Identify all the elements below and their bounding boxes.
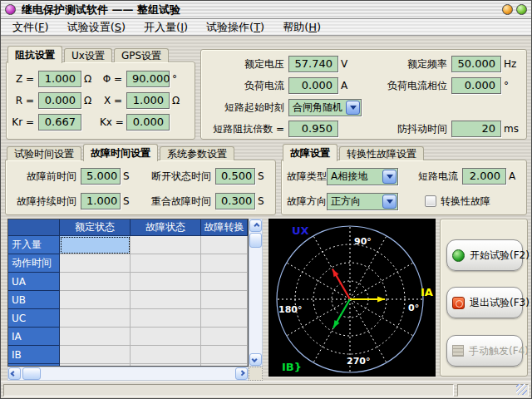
fault-panel: 故障设置转换性故障设置 故障类型 A相接地 短路电流 2.000 A 故障方向 … — [281, 144, 527, 215]
app-icon — [5, 4, 16, 15]
menu-item[interactable]: 文件(F) — [4, 19, 57, 36]
tab-系统参数设置[interactable]: 系统参数设置 — [160, 146, 234, 160]
rated-voltage-field[interactable]: 57.740 — [288, 56, 338, 72]
table-cell[interactable] — [60, 346, 131, 364]
exit-test-button[interactable]: 退出试验(F3) — [446, 287, 523, 318]
r-unit: Ω — [81, 95, 93, 106]
status-message-pane — [3, 384, 454, 397]
phasor-diagram: 90°180°0°270°UXIAIB} — [268, 219, 436, 377]
table-cell[interactable] — [201, 273, 248, 291]
kx-field[interactable]: 0.000 — [126, 114, 170, 131]
rated-voltage-unit: V — [338, 58, 360, 70]
table-row-header: UB — [8, 291, 60, 309]
z-field[interactable]: 1.000 — [38, 71, 81, 87]
reclose-fault-time-field[interactable]: 0.300 — [215, 193, 255, 209]
table-cell[interactable] — [131, 346, 201, 364]
svg-text:0°: 0° — [408, 303, 419, 313]
table-cell[interactable] — [131, 291, 201, 309]
rated-frequency-field[interactable]: 50.000 — [451, 56, 501, 72]
table-cell[interactable] — [60, 328, 131, 346]
table-row-header: 动作时间 — [8, 254, 60, 273]
tab-转换性故障设置[interactable]: 转换性故障设置 — [339, 146, 424, 160]
manual-trigger-button[interactable]: 手动触发(F4) — [446, 335, 523, 367]
table-cell[interactable] — [60, 309, 131, 328]
open-state-time-field[interactable]: 0.500 — [215, 168, 255, 185]
dropdown-arrow-icon[interactable] — [346, 101, 360, 115]
fault-duration-field[interactable]: 1.000 — [81, 193, 121, 209]
menu-item[interactable]: 试验操作(T) — [198, 19, 273, 36]
manual-trigger-icon — [452, 345, 464, 357]
table-cell[interactable] — [131, 236, 201, 254]
menu-bar: 文件(F)试验设置(S)开入量(I)试验操作(T)帮助(H) — [1, 19, 531, 36]
fault-direction-combo[interactable]: 正方向 — [327, 193, 398, 210]
load-current-field[interactable]: 0.000 — [288, 77, 338, 94]
chevron-up-icon — [254, 223, 259, 229]
scroll-left-button[interactable] — [8, 367, 21, 380]
table-cell[interactable] — [131, 328, 201, 346]
tab-故障时间设置[interactable]: 故障时间设置 — [83, 144, 158, 161]
scroll-right-button[interactable] — [235, 367, 248, 380]
table-cell[interactable] — [201, 328, 248, 346]
table-cell[interactable] — [201, 309, 248, 328]
tab-GPS设置[interactable]: GPS设置 — [114, 48, 169, 62]
tab-阻抗设置[interactable]: 阻抗设置 — [7, 46, 62, 63]
menu-item[interactable]: 帮助(H) — [274, 19, 329, 36]
scrollbar-corner — [249, 367, 263, 381]
table-cell[interactable] — [131, 273, 201, 291]
prefault-time-field[interactable]: 5.000 — [81, 168, 121, 185]
fault-type-combo[interactable]: A相接地 — [327, 168, 398, 185]
fault-direction-value: 正方向 — [328, 194, 382, 209]
table-cell[interactable] — [60, 254, 131, 273]
phasor-svg: 90°180°0°270°UXIAIB} — [268, 219, 436, 377]
table-cell[interactable] — [60, 236, 131, 254]
table-horizontal-scrollbar[interactable] — [7, 367, 249, 381]
table-cell[interactable] — [131, 309, 201, 328]
scroll-down-button[interactable] — [249, 353, 262, 366]
table-cell[interactable] — [131, 254, 201, 273]
start-test-label: 开始试验(F2) — [470, 249, 530, 263]
table-cell[interactable] — [60, 291, 131, 309]
table-vertical-scrollbar[interactable] — [249, 219, 263, 367]
svg-text:180°: 180° — [278, 304, 302, 315]
vertical-scroll-thumb[interactable] — [249, 233, 262, 248]
close-button[interactable] — [516, 4, 527, 15]
status-side-pane — [457, 384, 529, 397]
anti-jitter-field[interactable]: 20 — [451, 121, 501, 137]
impedance-multiplier-field[interactable]: 0.950 — [288, 121, 338, 137]
table-cell[interactable] — [60, 273, 131, 291]
prefault-time-label: 故障前时间 — [11, 170, 81, 184]
table-cell[interactable] — [201, 254, 248, 273]
menu-item[interactable]: 开入量(I) — [135, 19, 196, 36]
kr-field[interactable]: 0.667 — [38, 114, 81, 131]
start-icon — [452, 249, 465, 262]
short-start-combo[interactable]: 合闸角随机 — [288, 99, 362, 116]
x-field[interactable]: 1.000 — [126, 92, 170, 109]
table-row-header: IB — [8, 346, 60, 364]
dropdown-arrow-icon[interactable] — [382, 195, 397, 209]
start-test-button[interactable]: 开始试验(F2) — [446, 239, 523, 271]
short-current-field[interactable]: 2.000 — [462, 168, 506, 185]
chevron-right-icon — [239, 370, 245, 376]
phi-field[interactable]: 90.000 — [126, 71, 170, 87]
results-table: 额定状态故障状态故障转换 开入量动作时间UAUBUCIAIBIC — [7, 219, 249, 367]
table-cell[interactable] — [201, 346, 248, 364]
tab-Ux设置[interactable]: Ux设置 — [64, 48, 112, 62]
short-current-label: 短路电流 — [398, 170, 462, 184]
convertible-fault-checkbox[interactable] — [425, 195, 436, 207]
r-field[interactable]: 0.000 — [38, 92, 81, 109]
svg-text:90°: 90° — [354, 236, 372, 247]
resize-grip[interactable] — [516, 384, 527, 395]
load-phase-field[interactable]: 0.000 — [451, 77, 501, 94]
tab-试验时间设置[interactable]: 试验时间设置 — [7, 146, 81, 160]
table-cell[interactable] — [201, 291, 248, 309]
table-cell[interactable] — [201, 236, 248, 254]
scroll-up-button[interactable] — [249, 219, 262, 232]
horizontal-scroll-thumb[interactable] — [22, 367, 41, 380]
short-current-unit: A — [506, 170, 521, 182]
tab-故障设置[interactable]: 故障设置 — [283, 144, 337, 161]
timing-tabbar: 试验时间设置故障时间设置系统参数设置 — [5, 144, 276, 160]
menu-item[interactable]: 试验设置(S) — [59, 19, 134, 36]
minimize-button[interactable] — [502, 4, 513, 15]
x-unit: Ω — [170, 95, 181, 106]
dropdown-arrow-icon[interactable] — [382, 170, 397, 184]
